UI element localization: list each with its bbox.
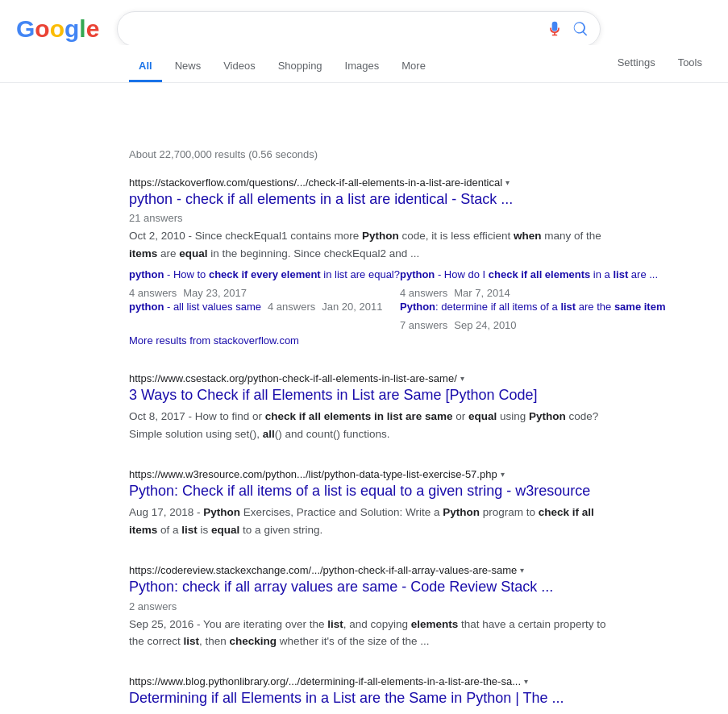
sitelink-meta: 4 answers (400, 287, 447, 299)
result-meta: 21 answers (129, 212, 613, 224)
search-bar[interactable]: check if all items in list are same pyth… (117, 11, 601, 47)
logo-letter-g2: g (64, 17, 79, 41)
logo-letter-g: G (16, 17, 35, 41)
tab-more[interactable]: More (392, 52, 435, 82)
result-dropdown-icon[interactable]: ▾ (501, 470, 505, 479)
tab-shopping[interactable]: Shopping (268, 52, 332, 82)
result-title[interactable]: 3 Ways to Check if all Elements in List … (129, 386, 613, 405)
logo-letter-e: e (86, 17, 100, 41)
result-url: https://www.w3resource.com/python.../lis… (129, 468, 497, 480)
tab-videos[interactable]: Videos (214, 52, 265, 82)
more-results-link[interactable]: More results from stackoverflow.com (129, 334, 613, 347)
results-count: About 22,700,000 results (0.56 seconds) (129, 148, 613, 160)
result-dropdown-icon[interactable]: ▾ (520, 566, 524, 575)
search-icon[interactable] (572, 21, 589, 37)
tab-images[interactable]: Images (335, 52, 389, 82)
nav-tabs: All News Videos Shopping Images More (129, 52, 435, 82)
result-snippet: Aug 17, 2018 - Python Exercises, Practic… (129, 504, 613, 538)
result-dropdown-icon[interactable]: ▾ (460, 374, 464, 383)
tab-settings[interactable]: Settings (608, 48, 665, 79)
result-item: https://www.blog.pythonlibrary.org/.../d… (129, 675, 613, 714)
tab-news[interactable]: News (165, 52, 211, 82)
sitelink-item: python - How to check if every element i… (129, 268, 400, 299)
sitelink-item: python - all list values same 4 answers … (129, 301, 400, 331)
result-meta: 2 answers (129, 600, 613, 612)
result-item: https://www.w3resource.com/python.../lis… (129, 468, 613, 538)
result-snippet: Sep 25, 2016 - You are iterating over th… (129, 616, 613, 650)
sitelink-date: Sep 24, 2010 (454, 319, 516, 331)
result-title[interactable]: Python: Check if all items of a list is … (129, 482, 613, 500)
sitelink-date: Mar 7, 2014 (454, 287, 510, 299)
sitelink-item: Python: determine if all items of a list… (400, 301, 666, 331)
result-url: https://codereview.stackexchange.com/...… (129, 564, 517, 576)
result-url-line: https://www.blog.pythonlibrary.org/.../d… (129, 675, 613, 687)
sitelink-meta: 7 answers (400, 319, 447, 331)
result-snippet: May 9, 2018 - If these values are equal,… (129, 712, 613, 714)
sitelink-title[interactable]: Python: determine if all items of a list… (400, 301, 666, 313)
logo-letter-o2: o (50, 17, 64, 41)
result-url-line: https://www.csestack.org/python-check-if… (129, 372, 613, 384)
tab-tools[interactable]: Tools (668, 48, 712, 79)
tab-all[interactable]: All (129, 52, 162, 82)
result-dropdown-icon[interactable]: ▾ (505, 178, 510, 187)
result-item: https://www.csestack.org/python-check-if… (129, 372, 613, 442)
result-title[interactable]: python - check if all elements in a list… (129, 190, 613, 209)
result-url: https://www.blog.pythonlibrary.org/.../d… (129, 675, 521, 687)
result-snippet: Oct 8, 2017 - How to find or check if al… (129, 408, 613, 442)
result-url-line: https://www.w3resource.com/python.../lis… (129, 468, 613, 480)
result-snippet: Oct 2, 2010 - Since checkEqual1 contains… (129, 227, 613, 262)
result-item: https://codereview.stackexchange.com/...… (129, 564, 613, 650)
result-item: https://stackoverflow.com/questions/.../… (129, 176, 613, 347)
sitelink-date: Jan 20, 2011 (322, 301, 382, 313)
sitelink-date: May 23, 2017 (183, 287, 247, 299)
result-url: https://stackoverflow.com/questions/.../… (129, 176, 502, 189)
search-icons (547, 21, 589, 37)
google-logo[interactable]: G o o g l e (16, 17, 99, 41)
result-title[interactable]: Determining if all Elements in a List ar… (129, 689, 613, 708)
sitelink-title[interactable]: python - How to check if every element i… (129, 268, 400, 280)
result-title[interactable]: Python: check if all array values are sa… (129, 578, 613, 596)
logo-letter-l: l (79, 17, 85, 41)
sitelink-meta: 4 answers (129, 287, 177, 299)
microphone-icon[interactable] (547, 21, 563, 37)
results-area: About 22,700,000 results (0.56 seconds) … (0, 132, 613, 714)
result-dropdown-icon[interactable]: ▾ (524, 677, 528, 686)
sitelink-title[interactable]: python - How do I check if all elements … (400, 268, 658, 280)
sitelink-title[interactable]: python - all list values same (129, 301, 261, 313)
sitelink-meta: 4 answers (268, 301, 315, 313)
result-url-line: https://codereview.stackexchange.com/...… (129, 564, 613, 576)
search-input[interactable]: check if all items in list are same pyth… (129, 22, 547, 36)
result-url-line: https://stackoverflow.com/questions/.../… (129, 176, 613, 189)
sitelinks: python - How to check if every element i… (129, 268, 613, 347)
logo-letter-o1: o (35, 17, 49, 41)
result-url: https://www.csestack.org/python-check-if… (129, 372, 457, 384)
sitelink-item: python - How do I check if all elements … (400, 268, 666, 299)
header: G o o g l e check if all items in list a… (0, 0, 728, 48)
